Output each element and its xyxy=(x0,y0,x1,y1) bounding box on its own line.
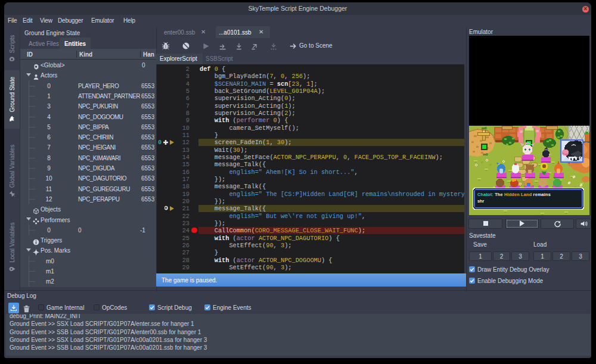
svg-text:m0: m0 xyxy=(482,126,487,130)
svg-text:Chatot: The Hidden Land remain: Chatot: The Hidden Land remains xyxy=(477,192,551,197)
svg-text:shr: shr xyxy=(477,198,485,204)
svg-text:m0: m0 xyxy=(483,153,488,156)
